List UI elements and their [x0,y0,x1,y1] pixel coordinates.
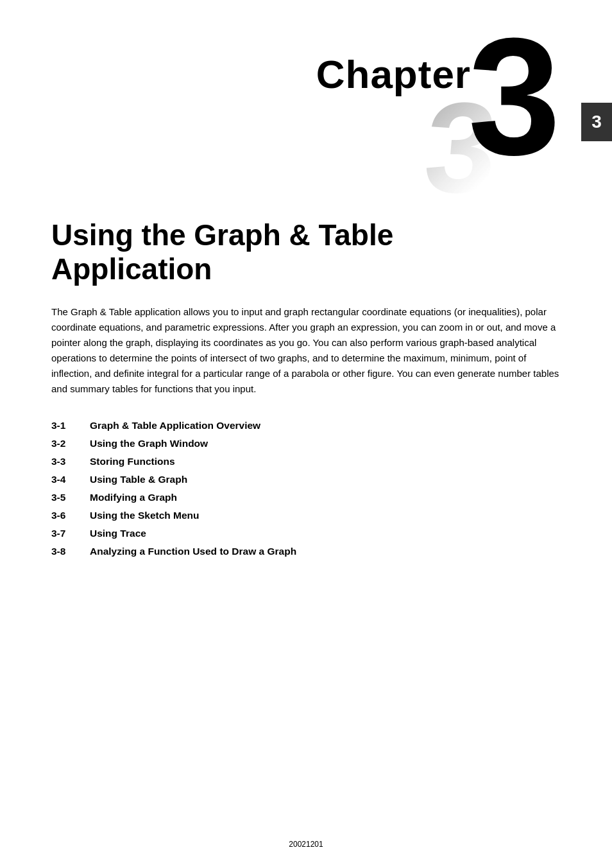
chapter-header: 3 Chapter 3 3 [0,0,612,205]
toc-number-8: 3-8 [51,546,90,557]
chapter-number-large: 3 [468,13,561,180]
toc-label-5: Modifying a Graph [90,492,177,503]
toc-label-6: Using the Sketch Menu [90,510,200,521]
toc-number-6: 3-6 [51,510,90,521]
toc-label-8: Analyzing a Function Used to Draw a Grap… [90,546,296,557]
page-footer: 20021201 [0,840,612,849]
toc-number-5: 3-5 [51,492,90,503]
toc-label-7: Using Trace [90,528,146,539]
toc-item-8: 3-8 Analyzing a Function Used to Draw a … [51,546,561,557]
toc-number-7: 3-7 [51,528,90,539]
toc-item-5: 3-5 Modifying a Graph [51,492,561,503]
toc-item-6: 3-6 Using the Sketch Menu [51,510,561,521]
toc-number-1: 3-1 [51,420,90,431]
main-content: Using the Graph & Table Application The … [0,205,612,602]
chapter-tab-number: 3 [591,112,602,132]
toc-item-1: 3-1 Graph & Table Application Overview [51,420,561,431]
toc-label-2: Using the Graph Window [90,438,208,449]
toc-list: 3-1 Graph & Table Application Overview 3… [51,420,561,557]
toc-label-4: Using Table & Graph [90,474,187,485]
toc-number-2: 3-2 [51,438,90,449]
toc-label-3: Storing Functions [90,456,175,467]
toc-item-3: 3-3 Storing Functions [51,456,561,467]
toc-item-4: 3-4 Using Table & Graph [51,474,561,485]
toc-item-2: 3-2 Using the Graph Window [51,438,561,449]
toc-label-1: Graph & Table Application Overview [90,420,260,431]
toc-item-7: 3-7 Using Trace [51,528,561,539]
toc-number-4: 3-4 [51,474,90,485]
footer-text: 20021201 [289,840,323,849]
page-container: 3 Chapter 3 3 Using the Graph & Table Ap… [0,0,612,868]
chapter-tab: 3 [581,103,612,141]
toc-number-3: 3-3 [51,456,90,467]
intro-text: The Graph & Table application allows you… [51,304,561,397]
page-title: Using the Graph & Table Application [51,218,561,286]
